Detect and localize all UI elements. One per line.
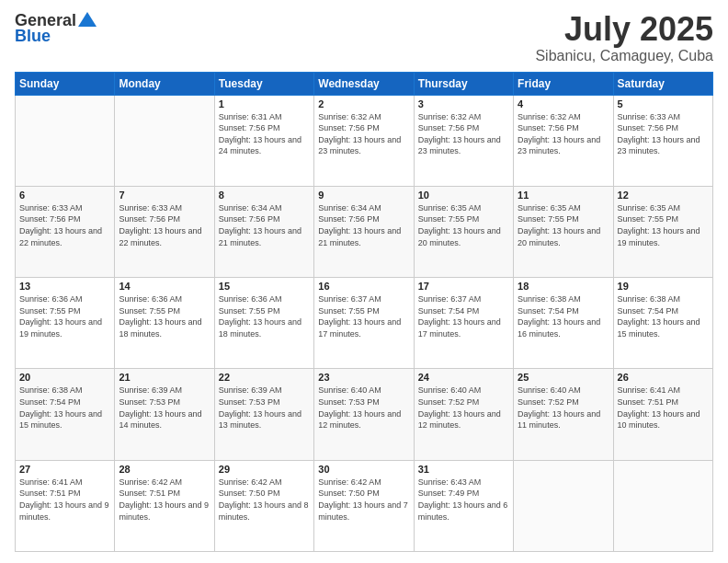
table-row: 1Sunrise: 6:31 AMSunset: 7:56 PMDaylight…	[214, 95, 313, 186]
header: General Blue July 2025 Sibanicu, Camague…	[15, 11, 713, 64]
day-info: Sunrise: 6:41 AMSunset: 7:51 PMDaylight:…	[618, 385, 709, 431]
table-row: 7Sunrise: 6:33 AMSunset: 7:56 PMDaylight…	[115, 186, 214, 277]
table-row	[613, 460, 712, 551]
table-row: 6Sunrise: 6:33 AMSunset: 7:56 PMDaylight…	[16, 186, 115, 277]
table-row	[16, 95, 115, 186]
svg-marker-0	[78, 12, 97, 27]
day-number: 8	[219, 190, 310, 201]
day-number: 19	[618, 281, 709, 292]
day-number: 22	[219, 372, 310, 383]
day-info: Sunrise: 6:41 AMSunset: 7:51 PMDaylight:…	[19, 477, 110, 523]
col-sunday: Sunday	[16, 72, 115, 95]
calendar-subtitle: Sibanicu, Camaguey, Cuba	[535, 48, 713, 64]
calendar-table: Sunday Monday Tuesday Wednesday Thursday…	[15, 72, 713, 552]
table-row: 26Sunrise: 6:41 AMSunset: 7:51 PMDayligh…	[613, 369, 712, 460]
day-info: Sunrise: 6:37 AMSunset: 7:55 PMDaylight:…	[318, 293, 409, 339]
table-row: 25Sunrise: 6:40 AMSunset: 7:52 PMDayligh…	[514, 369, 613, 460]
day-number: 9	[318, 190, 409, 201]
table-row: 15Sunrise: 6:36 AMSunset: 7:55 PMDayligh…	[214, 278, 313, 369]
day-number: 15	[219, 281, 310, 292]
day-number: 29	[219, 464, 310, 475]
day-number: 20	[19, 372, 110, 383]
day-number: 31	[418, 464, 509, 475]
day-number: 21	[119, 372, 210, 383]
day-info: Sunrise: 6:38 AMSunset: 7:54 PMDaylight:…	[618, 293, 709, 339]
day-info: Sunrise: 6:42 AMSunset: 7:50 PMDaylight:…	[318, 477, 409, 523]
day-info: Sunrise: 6:32 AMSunset: 7:56 PMDaylight:…	[318, 111, 409, 157]
day-info: Sunrise: 6:40 AMSunset: 7:52 PMDaylight:…	[418, 385, 509, 431]
day-info: Sunrise: 6:34 AMSunset: 7:56 PMDaylight:…	[318, 202, 409, 248]
table-row: 31Sunrise: 6:43 AMSunset: 7:49 PMDayligh…	[414, 460, 513, 551]
day-number: 26	[618, 372, 709, 383]
day-number: 3	[418, 98, 509, 109]
day-number: 23	[318, 372, 409, 383]
logo: General Blue	[15, 11, 97, 46]
day-number: 2	[318, 98, 409, 109]
day-info: Sunrise: 6:35 AMSunset: 7:55 PMDaylight:…	[518, 202, 609, 248]
day-info: Sunrise: 6:42 AMSunset: 7:50 PMDaylight:…	[219, 477, 310, 523]
day-number: 18	[518, 281, 609, 292]
day-number: 27	[19, 464, 110, 475]
day-info: Sunrise: 6:36 AMSunset: 7:55 PMDaylight:…	[19, 293, 110, 339]
table-row: 20Sunrise: 6:38 AMSunset: 7:54 PMDayligh…	[16, 369, 115, 460]
week-row-5: 27Sunrise: 6:41 AMSunset: 7:51 PMDayligh…	[16, 460, 713, 551]
table-row: 27Sunrise: 6:41 AMSunset: 7:51 PMDayligh…	[16, 460, 115, 551]
day-number: 5	[618, 98, 709, 109]
day-number: 10	[418, 190, 509, 201]
weekday-header-row: Sunday Monday Tuesday Wednesday Thursday…	[16, 72, 713, 95]
table-row: 17Sunrise: 6:37 AMSunset: 7:54 PMDayligh…	[414, 278, 513, 369]
col-monday: Monday	[115, 72, 214, 95]
day-info: Sunrise: 6:38 AMSunset: 7:54 PMDaylight:…	[518, 293, 609, 339]
day-info: Sunrise: 6:43 AMSunset: 7:49 PMDaylight:…	[418, 477, 509, 523]
day-number: 12	[618, 190, 709, 201]
table-row: 9Sunrise: 6:34 AMSunset: 7:56 PMDaylight…	[314, 186, 414, 277]
table-row: 29Sunrise: 6:42 AMSunset: 7:50 PMDayligh…	[214, 460, 313, 551]
day-number: 4	[518, 98, 609, 109]
day-info: Sunrise: 6:39 AMSunset: 7:53 PMDaylight:…	[119, 385, 210, 431]
day-info: Sunrise: 6:33 AMSunset: 7:56 PMDaylight:…	[618, 111, 709, 157]
day-number: 14	[119, 281, 210, 292]
day-number: 13	[19, 281, 110, 292]
table-row: 22Sunrise: 6:39 AMSunset: 7:53 PMDayligh…	[214, 369, 313, 460]
table-row: 3Sunrise: 6:32 AMSunset: 7:56 PMDaylight…	[414, 95, 513, 186]
day-info: Sunrise: 6:32 AMSunset: 7:56 PMDaylight:…	[418, 111, 509, 157]
day-info: Sunrise: 6:33 AMSunset: 7:56 PMDaylight:…	[119, 202, 210, 248]
day-info: Sunrise: 6:38 AMSunset: 7:54 PMDaylight:…	[19, 385, 110, 431]
day-info: Sunrise: 6:40 AMSunset: 7:52 PMDaylight:…	[518, 385, 609, 431]
table-row: 21Sunrise: 6:39 AMSunset: 7:53 PMDayligh…	[115, 369, 214, 460]
table-row	[115, 95, 214, 186]
day-number: 16	[318, 281, 409, 292]
day-info: Sunrise: 6:36 AMSunset: 7:55 PMDaylight:…	[219, 293, 310, 339]
week-row-4: 20Sunrise: 6:38 AMSunset: 7:54 PMDayligh…	[16, 369, 713, 460]
day-number: 11	[518, 190, 609, 201]
day-info: Sunrise: 6:37 AMSunset: 7:54 PMDaylight:…	[418, 293, 509, 339]
table-row: 8Sunrise: 6:34 AMSunset: 7:56 PMDaylight…	[214, 186, 313, 277]
table-row: 13Sunrise: 6:36 AMSunset: 7:55 PMDayligh…	[16, 278, 115, 369]
table-row: 4Sunrise: 6:32 AMSunset: 7:56 PMDaylight…	[514, 95, 613, 186]
table-row: 30Sunrise: 6:42 AMSunset: 7:50 PMDayligh…	[314, 460, 414, 551]
day-info: Sunrise: 6:32 AMSunset: 7:56 PMDaylight:…	[518, 111, 609, 157]
table-row: 19Sunrise: 6:38 AMSunset: 7:54 PMDayligh…	[613, 278, 712, 369]
day-info: Sunrise: 6:36 AMSunset: 7:55 PMDaylight:…	[119, 293, 210, 339]
day-info: Sunrise: 6:31 AMSunset: 7:56 PMDaylight:…	[219, 111, 310, 157]
table-row: 28Sunrise: 6:42 AMSunset: 7:51 PMDayligh…	[115, 460, 214, 551]
table-row: 23Sunrise: 6:40 AMSunset: 7:53 PMDayligh…	[314, 369, 414, 460]
table-row: 12Sunrise: 6:35 AMSunset: 7:55 PMDayligh…	[613, 186, 712, 277]
day-number: 17	[418, 281, 509, 292]
day-info: Sunrise: 6:40 AMSunset: 7:53 PMDaylight:…	[318, 385, 409, 431]
day-number: 24	[418, 372, 509, 383]
table-row: 11Sunrise: 6:35 AMSunset: 7:55 PMDayligh…	[514, 186, 613, 277]
day-number: 25	[518, 372, 609, 383]
week-row-3: 13Sunrise: 6:36 AMSunset: 7:55 PMDayligh…	[16, 278, 713, 369]
table-row: 24Sunrise: 6:40 AMSunset: 7:52 PMDayligh…	[414, 369, 513, 460]
week-row-2: 6Sunrise: 6:33 AMSunset: 7:56 PMDaylight…	[16, 186, 713, 277]
day-info: Sunrise: 6:34 AMSunset: 7:56 PMDaylight:…	[219, 202, 310, 248]
table-row: 16Sunrise: 6:37 AMSunset: 7:55 PMDayligh…	[314, 278, 414, 369]
table-row: 14Sunrise: 6:36 AMSunset: 7:55 PMDayligh…	[115, 278, 214, 369]
day-info: Sunrise: 6:42 AMSunset: 7:51 PMDaylight:…	[119, 477, 210, 523]
day-number: 6	[19, 190, 110, 201]
col-saturday: Saturday	[613, 72, 712, 95]
day-number: 1	[219, 98, 310, 109]
day-number: 28	[119, 464, 210, 475]
day-number: 7	[119, 190, 210, 201]
